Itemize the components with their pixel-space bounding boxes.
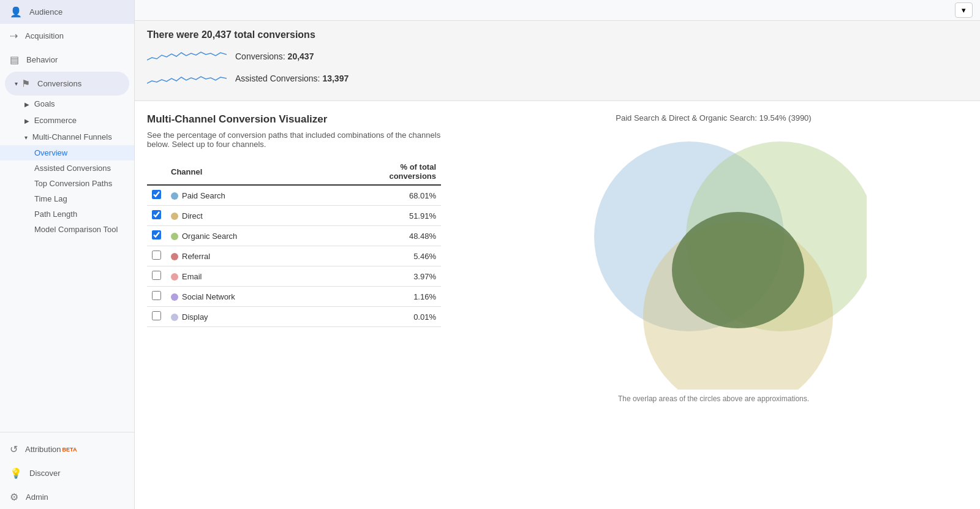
display-dot (171, 314, 178, 321)
sidebar-item-multi-channel[interactable]: ▾ Multi-Channel Funnels (0, 129, 134, 145)
checkbox-direct[interactable] (152, 210, 161, 219)
table-row: Direct51.91% (147, 206, 441, 226)
assisted-value: 13,397 (322, 74, 349, 83)
acquisition-icon: ⇢ (10, 30, 18, 42)
sidebar-label-goals: Goals (34, 99, 55, 108)
svg-point-3 (672, 212, 804, 328)
referral-label: Referral (182, 252, 210, 261)
email-pct: 3.97% (355, 266, 441, 287)
multichannel-chevron: ▾ (24, 134, 28, 141)
top-dropdown-button[interactable]: ▾ (955, 2, 973, 18)
sidebar-label-ecommerce: Ecommerce (34, 116, 77, 125)
checkbox-paid-search[interactable] (152, 190, 161, 199)
checkbox-email[interactable] (152, 271, 161, 280)
sidebar-item-acquisition[interactable]: ⇢ Acquisition (0, 24, 134, 48)
col-checkbox (147, 159, 166, 185)
visualizer-description: See the percentage of conversion paths t… (147, 130, 441, 149)
social-network-label: Social Network (182, 292, 235, 301)
sidebar-item-ecommerce[interactable]: ▶ Ecommerce (0, 112, 134, 129)
referral-dot (171, 253, 178, 260)
sidebar-item-attribution[interactable]: ↺ Attribution BETA (0, 437, 134, 461)
summary-title: There were 20,437 total conversions (147, 29, 968, 40)
table-row: Email3.97% (147, 266, 441, 287)
checkbox-display[interactable] (152, 311, 161, 320)
col-channel-header: Channel (166, 159, 355, 185)
audience-icon: 👤 (10, 6, 22, 18)
visualizer-right: Paid Search & Direct & Organic Search: 1… (459, 113, 968, 403)
checkbox-organic-search[interactable] (152, 230, 161, 239)
sidebar-item-discover[interactable]: 💡 Discover (0, 461, 134, 485)
sidebar-label-overview: Overview (34, 148, 67, 157)
sidebar-item-behavior[interactable]: ▤ Behavior (0, 48, 134, 72)
sidebar-label-path-length: Path Length (34, 209, 77, 219)
sidebar-item-goals[interactable]: ▶ Goals (0, 96, 134, 112)
sidebar-divider (0, 432, 134, 432)
beta-badge: BETA (62, 447, 77, 453)
discover-icon: 💡 (10, 467, 22, 479)
sidebar-label-model-comparison: Model Comparison Tool (34, 225, 118, 234)
sidebar-label-discover: Discover (29, 469, 61, 478)
organic-search-label: Organic Search (182, 232, 237, 241)
referral-pct: 5.46% (355, 246, 441, 266)
visualizer-title: Multi-Channel Conversion Visualizer (147, 113, 441, 126)
social-network-pct: 1.16% (355, 287, 441, 307)
sidebar-item-conversions[interactable]: ▾ ⚑ Conversions (5, 72, 129, 96)
checkbox-referral[interactable] (152, 251, 161, 260)
direct-dot (171, 213, 178, 220)
table-row: Display0.01% (147, 307, 441, 327)
table-row: Referral5.46% (147, 246, 441, 266)
sidebar-label-time-lag: Time Lag (34, 194, 67, 203)
channel-table: Channel % of total conversions Paid Sear… (147, 159, 441, 327)
conversions-icon: ⚑ (21, 78, 30, 89)
top-bar: ▾ (135, 0, 980, 21)
conversions-value: 20,437 (288, 51, 314, 61)
sidebar-item-audience[interactable]: 👤 Audience (0, 0, 134, 24)
visualizer-section: Multi-Channel Conversion Visualizer See … (135, 101, 980, 415)
sidebar: 👤 Audience ⇢ Acquisition ▤ Behavior ▾ ⚑ … (0, 0, 135, 509)
sidebar-label-admin: Admin (26, 492, 48, 502)
table-row: Social Network1.16% (147, 287, 441, 307)
visualizer-left: Multi-Channel Conversion Visualizer See … (147, 113, 441, 403)
paid-search-label: Paid Search (182, 191, 225, 200)
ecommerce-chevron: ▶ (24, 118, 29, 124)
conversions-metric-row: Conversions: 20,437 (147, 48, 968, 65)
venn-diagram (560, 132, 867, 390)
sidebar-label-conversions: Conversions (37, 79, 81, 88)
summary-banner: There were 20,437 total conversions Conv… (135, 21, 980, 101)
sidebar-item-top-conversion-paths[interactable]: Top Conversion Paths (0, 176, 134, 191)
table-row: Organic Search48.48% (147, 226, 441, 246)
sidebar-item-admin[interactable]: ⚙ Admin (0, 485, 134, 509)
sidebar-label-acquisition: Acquisition (25, 31, 64, 40)
checkbox-social-network[interactable] (152, 291, 161, 300)
behavior-icon: ▤ (10, 54, 19, 66)
paid-search-pct: 68.01% (355, 185, 441, 206)
col-pct-header: % of total conversions (355, 159, 441, 185)
sidebar-item-time-lag[interactable]: Time Lag (0, 191, 134, 206)
assisted-label: Assisted Conversions: 13,397 (235, 74, 349, 83)
display-pct: 0.01% (355, 307, 441, 327)
venn-label: Paid Search & Direct & Organic Search: 1… (616, 113, 811, 123)
organic-search-dot (171, 233, 178, 240)
email-dot (171, 273, 178, 281)
goals-chevron: ▶ (24, 101, 29, 108)
sidebar-item-model-comparison[interactable]: Model Comparison Tool (0, 222, 134, 237)
table-row: Paid Search68.01% (147, 185, 441, 206)
social-network-dot (171, 293, 178, 301)
venn-note: The overlap areas of the circles above a… (618, 394, 809, 403)
assisted-sparkline (147, 70, 227, 87)
sidebar-label-top-conversion-paths: Top Conversion Paths (34, 179, 112, 188)
sidebar-label-assisted-conversions: Assisted Conversions (34, 164, 111, 173)
assisted-metric-row: Assisted Conversions: 13,397 (147, 70, 968, 87)
sidebar-label-attribution: Attribution (25, 445, 61, 454)
conversions-label: Conversions: 20,437 (235, 51, 314, 61)
conversions-sparkline (147, 48, 227, 65)
sidebar-item-path-length[interactable]: Path Length (0, 206, 134, 222)
sidebar-item-assisted-conversions[interactable]: Assisted Conversions (0, 160, 134, 176)
direct-label: Direct (182, 211, 203, 221)
sidebar-label-multi-channel: Multi-Channel Funnels (32, 132, 112, 141)
display-label: Display (182, 312, 208, 322)
direct-pct: 51.91% (355, 206, 441, 226)
dropdown-arrow: ▾ (962, 6, 966, 15)
sidebar-item-overview[interactable]: Overview (0, 145, 134, 160)
sidebar-label-audience: Audience (29, 7, 62, 17)
